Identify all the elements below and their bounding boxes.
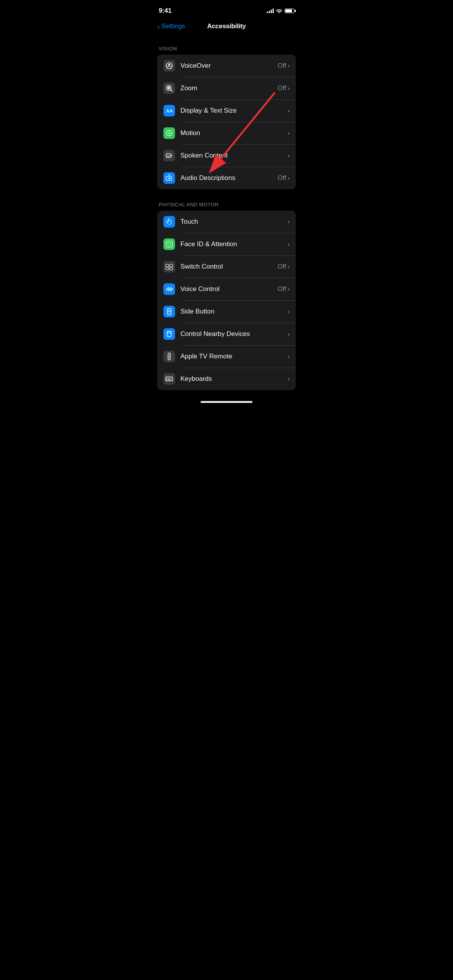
- side-button-row[interactable]: Side Button ›: [157, 300, 296, 323]
- section-label-physical: PHYSICAL AND MOTOR: [151, 202, 302, 211]
- zoom-label: Zoom: [180, 84, 197, 92]
- battery-icon: [285, 9, 294, 13]
- motion-icon: [163, 127, 175, 139]
- voiceover-value: Off: [278, 62, 286, 70]
- spoken-icon: 3D: [163, 150, 175, 161]
- svg-rect-45: [166, 379, 167, 380]
- touch-icon: [163, 216, 175, 228]
- touch-row[interactable]: Touch ›: [157, 211, 296, 233]
- nearby-chevron: ›: [288, 331, 290, 337]
- voiceover-icon: [163, 60, 175, 72]
- home-bar: [201, 401, 252, 403]
- side-button-icon: [163, 306, 175, 317]
- face-id-chevron: ›: [288, 241, 290, 247]
- spoken-chevron: ›: [288, 152, 290, 159]
- svg-point-36: [169, 336, 170, 336]
- voiceover-row[interactable]: VoiceOver Off ›: [157, 55, 296, 77]
- svg-point-23: [168, 243, 168, 244]
- control-nearby-label: Control Nearby Devices: [180, 330, 250, 338]
- display-label: Display & Text Size: [180, 107, 237, 115]
- switch-label: Switch Control: [180, 263, 223, 271]
- zoom-row[interactable]: Zoom Off ›: [157, 77, 296, 99]
- display-icon: AA: [163, 105, 175, 117]
- audio-chevron: ›: [288, 175, 290, 181]
- svg-rect-29: [166, 288, 167, 290]
- svg-rect-43: [169, 378, 170, 379]
- svg-point-11: [168, 132, 170, 134]
- voice-control-icon: [163, 283, 175, 295]
- keyboards-row[interactable]: Keyboards ›: [157, 368, 296, 390]
- voice-control-chevron: ›: [288, 286, 290, 292]
- touch-label: Touch: [180, 218, 198, 226]
- display-chevron: ›: [288, 108, 290, 114]
- svg-point-3: [171, 65, 172, 66]
- status-time: 9:41: [159, 7, 172, 15]
- switch-chevron: ›: [288, 264, 290, 270]
- svg-point-38: [169, 355, 170, 356]
- zoom-chevron: ›: [288, 85, 290, 91]
- switch-value: Off: [278, 263, 286, 271]
- svg-rect-47: [171, 379, 172, 380]
- svg-rect-40: [166, 377, 173, 381]
- svg-rect-27: [166, 267, 169, 270]
- svg-rect-31: [169, 288, 170, 291]
- svg-line-5: [171, 90, 172, 91]
- face-id-row[interactable]: Face ID & Attention ›: [157, 233, 296, 255]
- remote-chevron: ›: [288, 353, 290, 360]
- keyboard-icon: [163, 373, 175, 385]
- svg-rect-28: [170, 267, 173, 270]
- remote-icon: [163, 351, 175, 362]
- svg-rect-25: [166, 264, 169, 267]
- svg-point-14: [166, 133, 167, 134]
- face-id-label: Face ID & Attention: [180, 240, 237, 248]
- svg-rect-44: [171, 378, 172, 379]
- status-bar: 9:41: [151, 0, 302, 19]
- voiceover-label: VoiceOver: [180, 62, 211, 70]
- keyboards-label: Keyboards: [180, 375, 212, 383]
- motion-row[interactable]: Motion ›: [157, 122, 296, 144]
- status-icons: [267, 9, 294, 13]
- home-indicator: [151, 398, 302, 404]
- page-title: Accessibility: [207, 22, 246, 30]
- keyboards-chevron: ›: [288, 376, 290, 382]
- back-button[interactable]: ‹ Settings: [157, 22, 185, 30]
- signal-icon: [267, 9, 274, 13]
- motion-label: Motion: [180, 129, 200, 137]
- svg-point-13: [169, 135, 170, 136]
- voice-control-label: Voice Control: [180, 285, 220, 293]
- svg-rect-30: [168, 287, 169, 291]
- nearby-icon: [163, 328, 175, 340]
- svg-rect-33: [172, 288, 173, 290]
- wifi-icon: [276, 9, 282, 13]
- voice-control-row[interactable]: Voice Control Off ›: [157, 278, 296, 300]
- control-nearby-row[interactable]: Control Nearby Devices ›: [157, 323, 296, 345]
- audio-desc-row[interactable]: Audio Descriptions Off ›: [157, 167, 296, 189]
- physical-motor-group: Touch › Face ID & Attention ›: [157, 211, 296, 390]
- voiceover-chevron: ›: [288, 63, 290, 69]
- svg-rect-32: [171, 287, 172, 291]
- display-text-row[interactable]: AA Display & Text Size ›: [157, 99, 296, 122]
- svg-rect-42: [168, 378, 169, 379]
- nav-header: ‹ Settings Accessibility: [151, 19, 302, 36]
- side-button-label: Side Button: [180, 308, 214, 315]
- svg-point-24: [170, 243, 171, 244]
- svg-point-15: [172, 133, 172, 134]
- svg-point-12: [169, 130, 170, 131]
- audio-label: Audio Descriptions: [180, 174, 235, 182]
- svg-text:AA: AA: [166, 108, 173, 114]
- spoken-content-row[interactable]: 3D Spoken Content ›: [157, 144, 296, 167]
- switch-icon: [163, 261, 175, 272]
- switch-control-row[interactable]: Switch Control Off ›: [157, 255, 296, 278]
- touch-chevron: ›: [288, 219, 290, 225]
- svg-rect-41: [166, 378, 167, 379]
- apple-tv-label: Apple TV Remote: [180, 353, 232, 360]
- svg-point-2: [166, 65, 167, 66]
- svg-point-19: [168, 178, 170, 180]
- audio-icon: [163, 172, 175, 184]
- apple-tv-remote-row[interactable]: Apple TV Remote ›: [157, 345, 296, 368]
- side-button-chevron: ›: [288, 308, 290, 315]
- svg-rect-46: [168, 379, 170, 380]
- vision-group: VoiceOver Off › Zoom Off ›: [157, 55, 296, 189]
- voice-control-value: Off: [278, 285, 286, 293]
- section-label-vision: VISION: [151, 46, 302, 55]
